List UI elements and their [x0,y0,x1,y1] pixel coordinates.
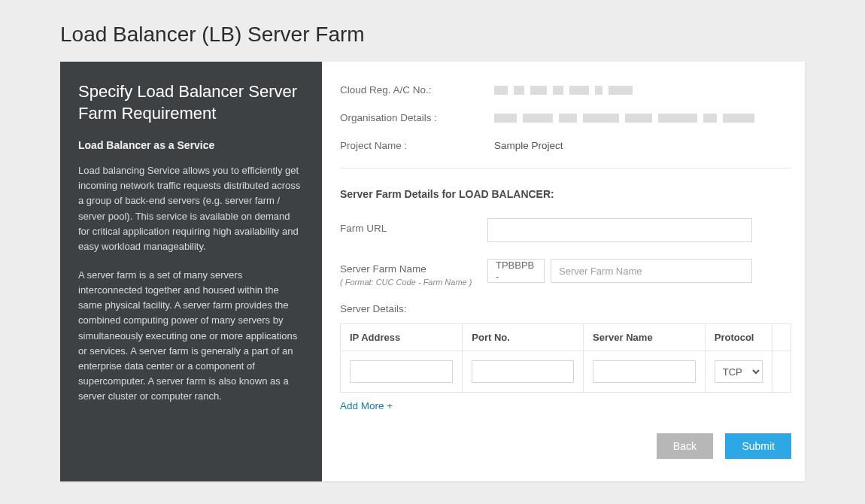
farm-name-label: Server Farm Name [340,263,426,275]
farm-name-label-wrap: Server Farm Name ( Format: CUC Code - Fa… [340,259,487,287]
project-label: Project Name : [340,140,494,151]
cloud-reg-value [494,84,791,96]
sidebar: Specify Load Balancer Server Farm Requir… [60,62,322,481]
page-title: Load Balancer (LB) Server Farm [60,23,805,47]
farm-url-input[interactable] [487,218,752,242]
form-area: Cloud Reg. A/C No.: Organisation Details… [322,62,805,481]
farm-name-input[interactable] [551,259,752,283]
server-input[interactable] [593,360,696,383]
ip-input[interactable] [350,360,453,383]
server-table: IP Address Port No. Server Name Protocol [340,323,791,393]
project-value: Sample Project [494,140,791,151]
back-button[interactable]: Back [657,433,713,459]
row-extra-cell [772,351,791,393]
actions: Back Submit [340,433,791,459]
section-title: Server Farm Details for LOAD BALANCER: [340,188,791,200]
farm-name-prefix: TPBBPB - [487,259,545,283]
main-panel: Specify Load Balancer Server Farm Requir… [60,62,805,481]
org-value [494,112,791,123]
sidebar-paragraph-2: A server farm is a set of many servers i… [78,268,304,404]
farm-url-label: Farm URL [340,218,487,234]
th-protocol: Protocol [705,324,772,351]
server-details-label: Server Details: [340,303,791,314]
th-extra [772,324,791,351]
org-label: Organisation Details : [340,112,494,123]
sidebar-heading: Specify Load Balancer Server Farm Requir… [78,81,304,124]
sidebar-subheading: Load Balancer as a Service [78,139,304,151]
table-row: TCP [341,351,791,393]
th-ip: IP Address [341,324,463,351]
th-server: Server Name [584,324,706,351]
th-port: Port No. [463,324,584,351]
submit-button[interactable]: Submit [725,433,791,459]
divider [340,168,791,169]
cloud-reg-label: Cloud Reg. A/C No.: [340,84,494,96]
add-more-link[interactable]: Add More + [340,400,393,411]
sidebar-paragraph-1: Load balancing Service allows you to eff… [78,163,304,254]
protocol-select[interactable]: TCP [715,360,763,383]
port-input[interactable] [472,360,574,383]
farm-name-hint: ( Format: CUC Code - Farm Name ) [340,278,487,287]
